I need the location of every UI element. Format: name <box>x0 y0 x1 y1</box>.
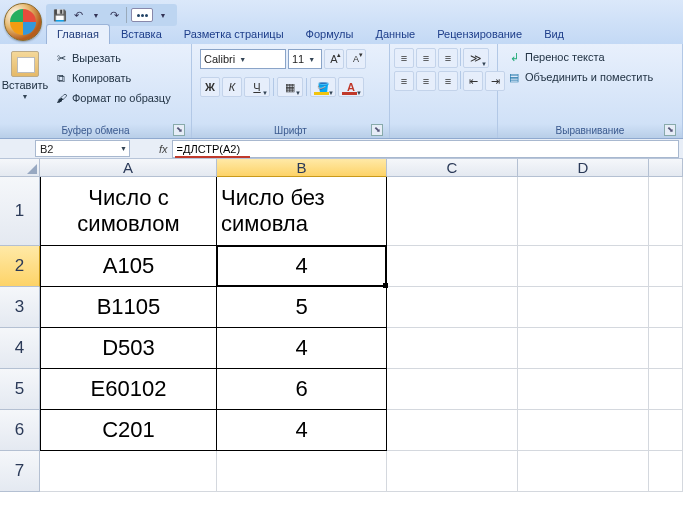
font-color-button[interactable]: A▼ <box>338 77 364 97</box>
paste-button[interactable]: Вставить ▼ <box>4 46 46 101</box>
tab-view[interactable]: Вид <box>533 24 575 44</box>
tab-formulas[interactable]: Формулы <box>295 24 365 44</box>
wrap-icon: ↲ <box>507 50 521 64</box>
cell-b5[interactable]: 6 <box>217 369 387 410</box>
col-header-b[interactable]: B <box>217 159 387 177</box>
shrink-font-button[interactable]: A▾ <box>346 49 366 69</box>
cell-b7[interactable] <box>217 451 387 492</box>
cell-a6[interactable]: C201 <box>40 410 217 451</box>
cut-button[interactable]: ✂Вырезать <box>49 49 176 67</box>
align-top-button[interactable]: ≡ <box>394 48 414 68</box>
quick-access-toolbar: 💾 ↶ ▼ ↷ ▼ <box>46 4 177 26</box>
fill-color-button[interactable]: 🪣▼ <box>310 77 336 97</box>
name-box[interactable]: B2▼ <box>35 140 130 157</box>
cell-b3[interactable]: 5 <box>217 287 387 328</box>
borders-button[interactable]: ▦▼ <box>277 77 303 97</box>
font-launcher[interactable]: ⬊ <box>371 124 383 136</box>
increase-indent-button[interactable]: ⇥ <box>485 71 505 91</box>
tab-insert[interactable]: Вставка <box>110 24 173 44</box>
cell-b1[interactable]: Число без симовла <box>217 177 387 246</box>
alignment-launcher[interactable]: ⬊ <box>664 124 676 136</box>
group-font-label: Шрифт⬊ <box>196 124 385 138</box>
cell-b2[interactable]: 4 <box>217 246 387 287</box>
undo-icon[interactable]: ↶ <box>70 7 86 23</box>
copy-button[interactable]: ⧉Копировать <box>49 69 176 87</box>
office-button[interactable] <box>4 3 42 41</box>
align-right-button[interactable]: ≡ <box>438 71 458 91</box>
align-middle-button[interactable]: ≡ <box>416 48 436 68</box>
formula-bar: B2▼ fx =ДЛСТР(A2) <box>0 139 683 159</box>
tab-data[interactable]: Данные <box>364 24 426 44</box>
merge-center-button[interactable]: ▤Объединить и поместить <box>502 68 658 86</box>
cell-a3[interactable]: B1105 <box>40 287 217 328</box>
row-header-5[interactable]: 5 <box>0 369 40 410</box>
format-painter-button[interactable]: 🖌Формат по образцу <box>49 89 176 107</box>
align-center-button[interactable]: ≡ <box>416 71 436 91</box>
fx-icon[interactable]: fx <box>159 143 168 155</box>
brush-icon: 🖌 <box>54 91 68 105</box>
tab-page-layout[interactable]: Разметка страницы <box>173 24 295 44</box>
cell-d1[interactable] <box>518 177 649 246</box>
align-bottom-button[interactable]: ≡ <box>438 48 458 68</box>
underline-button[interactable]: Ч▼ <box>244 77 270 97</box>
align-left-button[interactable]: ≡ <box>394 71 414 91</box>
cell-a7[interactable] <box>40 451 217 492</box>
col-header-a[interactable]: A <box>40 159 217 177</box>
cell-e1[interactable] <box>649 177 683 246</box>
copy-icon: ⧉ <box>54 71 68 85</box>
cell-c1[interactable] <box>387 177 518 246</box>
merge-icon: ▤ <box>507 70 521 84</box>
ribbon: Вставить ▼ ✂Вырезать ⧉Копировать 🖌Формат… <box>0 44 683 139</box>
tab-home[interactable]: Главная <box>46 24 110 44</box>
font-size-combo[interactable]: 11▼ <box>288 49 322 69</box>
row-header-6[interactable]: 6 <box>0 410 40 451</box>
clipboard-launcher[interactable]: ⬊ <box>173 124 185 136</box>
font-name-combo[interactable]: Calibri▼ <box>200 49 286 69</box>
select-all-corner[interactable] <box>0 159 40 177</box>
cell-a1[interactable]: Число с симовлом <box>40 177 217 246</box>
col-header-c[interactable]: C <box>387 159 518 177</box>
redo-icon[interactable]: ↷ <box>106 7 122 23</box>
cell-a4[interactable]: D503 <box>40 328 217 369</box>
row-header-1[interactable]: 1 <box>0 177 40 246</box>
titlebar: 💾 ↶ ▼ ↷ ▼ Главная Вставка Разметка стран… <box>0 0 683 44</box>
bold-button[interactable]: Ж <box>200 77 220 97</box>
italic-button[interactable]: К <box>222 77 242 97</box>
orientation-button[interactable]: ≫▼ <box>463 48 489 68</box>
group-alignment-label: Выравнивание⬊ <box>502 124 678 138</box>
undo-dropdown[interactable]: ▼ <box>88 7 104 23</box>
save-icon[interactable]: 💾 <box>52 7 68 23</box>
formula-input[interactable]: =ДЛСТР(A2) <box>172 140 679 158</box>
cell-b6[interactable]: 4 <box>217 410 387 451</box>
scissors-icon: ✂ <box>54 51 68 65</box>
tab-review[interactable]: Рецензирование <box>426 24 533 44</box>
row-header-7[interactable]: 7 <box>0 451 40 492</box>
qat-dropdown[interactable]: ▼ <box>155 7 171 23</box>
col-header-e[interactable] <box>649 159 683 177</box>
row-header-3[interactable]: 3 <box>0 287 40 328</box>
grow-font-button[interactable]: A▴ <box>324 49 344 69</box>
ribbon-tabs: Главная Вставка Разметка страницы Формул… <box>46 24 575 44</box>
col-header-d[interactable]: D <box>518 159 649 177</box>
row-header-4[interactable]: 4 <box>0 328 40 369</box>
decrease-indent-button[interactable]: ⇤ <box>463 71 483 91</box>
cell-a5[interactable]: E60102 <box>40 369 217 410</box>
row-header-2[interactable]: 2 <box>0 246 40 287</box>
paste-icon <box>11 51 39 77</box>
wrap-text-button[interactable]: ↲Перенос текста <box>502 48 658 66</box>
group-clipboard-label: Буфер обмена⬊ <box>4 124 187 138</box>
cell-b4[interactable]: 4 <box>217 328 387 369</box>
qat-customize[interactable] <box>131 8 153 22</box>
spreadsheet-grid: A B C D 1 Число с симовлом Число без сим… <box>0 159 683 492</box>
cell-a2[interactable]: A105 <box>40 246 217 287</box>
